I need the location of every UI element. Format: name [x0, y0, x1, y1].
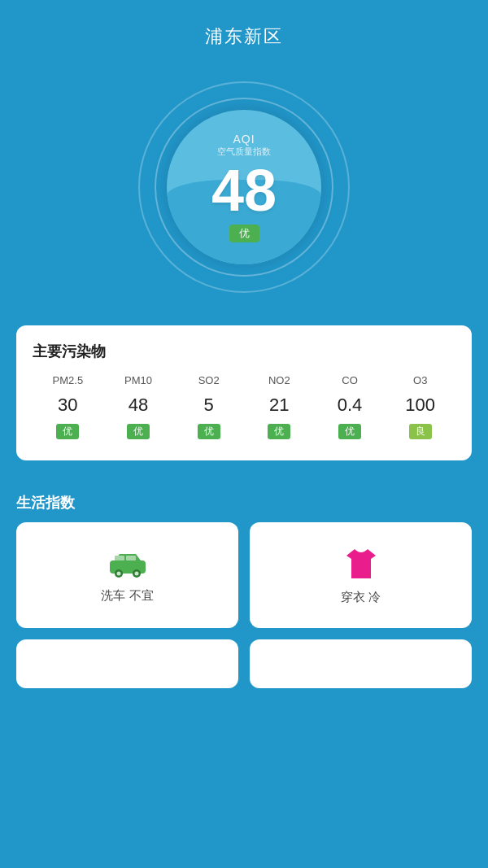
aqi-circle: AQI 空气质量指数 48 优 — [167, 110, 321, 264]
pm10-name: PM10 — [124, 374, 152, 386]
pollutant-col-so2: SO2 — [173, 374, 244, 390]
life-card-partial-left — [16, 639, 238, 688]
page-title: 浦东新区 — [0, 0, 488, 65]
pm25-value: 30 — [58, 395, 77, 416]
so2-badge: 优 — [198, 424, 220, 439]
co-name: CO — [342, 374, 358, 386]
pollutant-col-pm10: PM10 — [103, 374, 174, 390]
pollutants-title: 主要污染物 — [33, 342, 455, 361]
no2-name: NO2 — [268, 374, 290, 386]
car-wash-card: 洗车 不宜 — [16, 522, 238, 628]
svg-rect-2 — [126, 556, 136, 560]
pollutants-values-row: 30 48 5 21 0.4 100 — [33, 395, 455, 419]
so2-value: 5 — [204, 395, 214, 416]
pollutant-col-co: CO — [315, 374, 386, 390]
life-index-title: 生活指数 — [0, 477, 488, 522]
pollutants-card: 主要污染物 PM2.5 PM10 SO2 NO2 CO O3 — [16, 325, 472, 460]
pm10-badge: 优 — [127, 424, 150, 439]
pm25-name: PM2.5 — [53, 374, 84, 386]
pm10-value: 48 — [129, 395, 148, 416]
clothing-label: 穿衣 冷 — [341, 590, 381, 605]
aqi-section: AQI 空气质量指数 48 优 — [0, 65, 488, 325]
no2-value: 21 — [269, 395, 289, 416]
o3-value: 100 — [405, 395, 435, 416]
pollutants-names-row: PM2.5 PM10 SO2 NO2 CO O3 — [33, 374, 455, 390]
aqi-value: 48 — [211, 161, 277, 220]
no2-badge: 优 — [268, 424, 290, 439]
car-wash-label: 洗车 不宜 — [101, 588, 153, 604]
pm25-badge: 优 — [56, 424, 79, 439]
aqi-badge: 优 — [229, 225, 259, 242]
life-card-partial-right — [250, 639, 472, 688]
clothing-card: 穿衣 冷 — [250, 522, 472, 628]
shirt-icon — [343, 546, 379, 582]
svg-rect-1 — [115, 556, 124, 560]
life-bottom-row — [16, 639, 472, 688]
svg-rect-0 — [110, 560, 146, 574]
aqi-sublabel: 空气质量指数 — [217, 146, 271, 158]
o3-badge: 良 — [409, 424, 432, 439]
aqi-outer-ring: AQI 空气质量指数 48 优 — [138, 81, 350, 293]
so2-name: SO2 — [198, 374, 220, 386]
car-icon — [107, 547, 149, 580]
pollutant-col-o3: O3 — [385, 374, 455, 390]
aqi-label: AQI — [233, 133, 255, 146]
pollutants-badges-row: 优 优 优 优 优 良 — [33, 424, 455, 439]
o3-name: O3 — [413, 374, 427, 386]
svg-point-4 — [116, 571, 120, 575]
pollutant-col-pm25: PM2.5 — [33, 374, 103, 390]
life-index-grid: 洗车 不宜 穿衣 冷 — [16, 522, 472, 628]
pollutants-table: PM2.5 PM10 SO2 NO2 CO O3 30 48 — [33, 374, 455, 439]
aqi-middle-ring: AQI 空气质量指数 48 优 — [155, 98, 333, 277]
svg-point-6 — [134, 571, 138, 575]
co-value: 0.4 — [338, 395, 363, 416]
pollutant-col-no2: NO2 — [244, 374, 315, 390]
co-badge: 优 — [338, 424, 361, 439]
